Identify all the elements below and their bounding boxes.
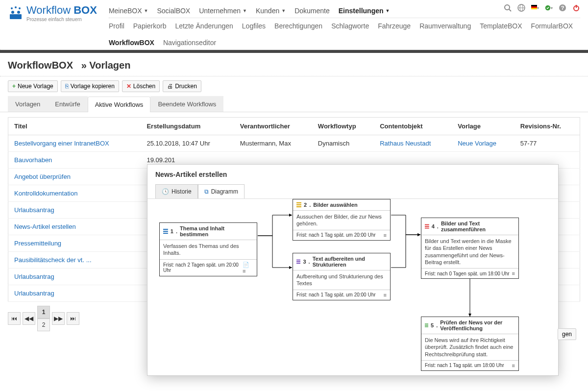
nav-kunden[interactable]: Kunden▼: [256, 7, 286, 15]
svg-rect-11: [531, 5, 537, 6]
pager-prev[interactable]: ◀◀: [23, 312, 35, 325]
workflow-card-4[interactable]: 4.Bilder und Text zusammenführen Bilder …: [421, 218, 519, 279]
svg-rect-26: [296, 261, 300, 262]
tab-entwürfe[interactable]: Entwürfe: [48, 96, 87, 112]
workflow-diagram-panel: News-Artikel erstellen 🕓 Historie⧉ Diagr…: [147, 164, 559, 340]
tab-aktive-workflows[interactable]: Aktive Workflows: [88, 97, 151, 112]
svg-point-1: [15, 6, 17, 8]
tab-vorlagen[interactable]: Vorlagen: [8, 96, 48, 112]
svg-rect-27: [296, 263, 300, 264]
svg-point-4: [11, 11, 14, 14]
svg-rect-12: [531, 6, 537, 8]
subnav-navigationseditor[interactable]: Navigationseditor: [163, 39, 216, 47]
flag-de-icon[interactable]: ▾: [531, 4, 539, 12]
svg-rect-28: [425, 224, 429, 225]
nav-socialbox[interactable]: SocialBOX: [157, 7, 191, 15]
svg-rect-32: [425, 325, 428, 325]
print-button[interactable]: 🖨Drucken: [163, 80, 201, 92]
svg-rect-23: [296, 204, 301, 205]
subnav-berechtigungen[interactable]: Berechtigungen: [274, 22, 322, 30]
subnav-formularbox[interactable]: FormularBOX: [531, 22, 573, 30]
svg-rect-29: [425, 226, 429, 227]
new-template-button[interactable]: +Neue Vorlage: [8, 80, 58, 92]
copy-template-button[interactable]: ⎘Vorlage kopieren: [61, 80, 119, 92]
svg-point-0: [11, 7, 13, 9]
workflow-card-2[interactable]: 2.Bilder auswählen Aussuchen der Bilder,…: [293, 199, 391, 241]
svg-rect-19: [163, 229, 168, 230]
col-header[interactable]: Vorlage: [452, 118, 514, 135]
svg-line-7: [509, 9, 511, 11]
subnav-papierkorb[interactable]: Papierkorb: [133, 22, 167, 30]
search-icon[interactable]: [504, 4, 512, 12]
page-title: WorkflowBOX: [8, 60, 73, 71]
subnav-raumverwaltung[interactable]: Raumverwaltung: [419, 22, 471, 30]
nav-dokumente[interactable]: Dokumente: [294, 7, 330, 15]
svg-point-5: [17, 11, 20, 14]
card-menu-icon[interactable]: ≡: [384, 232, 387, 238]
help-icon[interactable]: ?: [559, 4, 566, 12]
subnav-fahrzeuge[interactable]: Fahrzeuge: [378, 22, 411, 30]
subnav-templatebox[interactable]: TemplateBOX: [480, 22, 522, 30]
col-header[interactable]: Revisions-Nr.: [514, 118, 580, 135]
card-menu-icon[interactable]: 📄 ≡: [243, 262, 253, 274]
svg-point-2: [19, 7, 21, 9]
svg-rect-20: [163, 231, 168, 232]
pager-next[interactable]: ▶▶: [52, 312, 65, 325]
tab-beendete-workflows[interactable]: Beendete Workflows: [150, 96, 223, 112]
svg-rect-22: [296, 202, 301, 203]
sitemap-icon: ⧉: [204, 188, 209, 195]
workflow-card-5[interactable]: 5.Prüfen der News vor der Veröffentlichu…: [421, 317, 519, 340]
clock-icon: 🕓: [162, 188, 169, 195]
subnav-workflowbox[interactable]: WorkflowBOX: [109, 39, 154, 47]
nav-unternehmen[interactable]: Unternehmen▼: [199, 7, 247, 15]
col-header[interactable]: Titel: [8, 118, 141, 135]
brand-name: Workflow: [26, 4, 71, 16]
subnav-logfiles[interactable]: Logfiles: [242, 22, 266, 30]
overlay-tab-diagramm[interactable]: ⧉ Diagramm: [198, 184, 245, 198]
table-row[interactable]: Bestellvorgang einer IntranetBOX25.10.20…: [8, 135, 580, 152]
col-header[interactable]: Workflowtyp: [312, 118, 374, 135]
workflow-card-1[interactable]: 1.Thema und Inhalt bestimmen Verfassen d…: [159, 222, 257, 276]
svg-rect-21: [163, 233, 168, 234]
col-header[interactable]: Verantwortlicher: [234, 118, 312, 135]
truncated-button[interactable]: gen: [558, 328, 576, 340]
globe-icon[interactable]: [517, 4, 525, 12]
subnav-letzte änderungen[interactable]: Letzte Änderungen: [175, 22, 233, 30]
svg-rect-24: [296, 206, 301, 207]
svg-rect-33: [425, 326, 428, 327]
pager-last[interactable]: ⏭: [67, 312, 79, 325]
svg-rect-30: [425, 228, 429, 229]
nav-meinebox[interactable]: MeineBOX▼: [109, 7, 148, 15]
card-menu-icon[interactable]: ≡: [512, 270, 515, 276]
pager-page[interactable]: 2: [37, 318, 50, 331]
status-ok-icon[interactable]: ▾: [545, 4, 553, 12]
overlay-tab-historie[interactable]: 🕓 Historie: [155, 184, 198, 198]
card-menu-icon[interactable]: ≡: [384, 292, 387, 298]
pager-first[interactable]: ⏮: [8, 312, 21, 325]
svg-text:?: ?: [561, 5, 564, 11]
brand-bold: BOX: [74, 4, 97, 16]
svg-point-6: [505, 5, 510, 10]
col-header[interactable]: Contentobjekt: [374, 118, 452, 135]
col-header[interactable]: Erstellungsdatum: [141, 118, 234, 135]
pager-page[interactable]: 1: [37, 306, 50, 318]
svg-rect-13: [531, 8, 537, 9]
page-subtitle: » Vorlagen: [81, 60, 131, 71]
subnav-schlagworte[interactable]: Schlagworte: [331, 22, 369, 30]
svg-rect-31: [425, 323, 428, 324]
svg-rect-3: [10, 14, 22, 19]
power-icon[interactable]: [572, 4, 580, 12]
workflow-card-3[interactable]: 3.Text aufbereiten und Strukturieren Auf…: [293, 253, 391, 300]
delete-button[interactable]: ✕Löschen: [122, 80, 160, 92]
subnav-profil[interactable]: Profil: [109, 22, 124, 30]
nav-einstellungen[interactable]: Einstellungen▼: [339, 7, 390, 15]
brand-logo[interactable]: Workflow BOX Prozesse einfach steuern: [8, 4, 97, 26]
brand-tagline: Prozesse einfach steuern: [26, 17, 97, 22]
svg-rect-25: [296, 260, 300, 261]
overlay-title: News-Artikel erstellen: [147, 165, 558, 184]
